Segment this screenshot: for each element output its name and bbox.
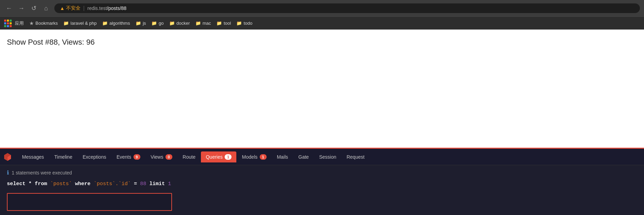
- address-bar[interactable]: ▲ 不安全 | redis.test/posts/88: [54, 3, 640, 13]
- bookmark-js[interactable]: 📁 js: [136, 21, 146, 26]
- folder-icon: 📁: [151, 21, 157, 26]
- bookmark-algorithms[interactable]: 📁 algorithms: [102, 21, 130, 26]
- page-title: Show Post #88, Views: 96: [7, 38, 637, 47]
- folder-icon: 📁: [195, 21, 201, 26]
- bookmark-tool[interactable]: 📁 tool: [216, 21, 231, 26]
- warning-icon: ▲: [60, 5, 65, 11]
- forward-button[interactable]: →: [17, 3, 26, 13]
- bookmark-todo[interactable]: 📁 todo: [236, 21, 252, 26]
- folder-icon: 📁: [102, 21, 108, 26]
- home-button[interactable]: ⌂: [41, 3, 51, 13]
- bookmark-label: go: [159, 21, 163, 26]
- folder-icon: 📁: [136, 21, 141, 26]
- url-display: redis.test/posts/88: [87, 5, 127, 11]
- apps-button[interactable]: 应用: [4, 20, 24, 27]
- nav-buttons: ← → ↺ ⌂: [4, 3, 51, 13]
- bookmark-laravel[interactable]: 📁 laravel & php: [63, 21, 97, 26]
- url-path: /posts/88: [107, 5, 127, 11]
- separator: |: [83, 5, 85, 11]
- browser-chrome: ← → ↺ ⌂ ▲ 不安全 | redis.test/posts/88 应用: [0, 0, 644, 30]
- bookmark-label: algorithms: [109, 21, 130, 26]
- bookmark-docker[interactable]: 📁 docker: [169, 21, 190, 26]
- back-button[interactable]: ←: [4, 3, 14, 13]
- url-host: redis.test: [87, 5, 107, 11]
- bookmark-label: mac: [203, 21, 211, 26]
- bookmark-label: tool: [224, 21, 231, 26]
- apps-label: 应用: [15, 20, 24, 26]
- bookmarks-star[interactable]: ★ Bookmarks: [29, 20, 58, 26]
- reload-button[interactable]: ↺: [29, 3, 39, 13]
- bookmarks-bar: 应用 ★ Bookmarks 📁 laravel & php 📁 algorit…: [0, 16, 644, 30]
- bookmark-mac[interactable]: 📁 mac: [195, 21, 211, 26]
- security-warning: ▲ 不安全: [60, 5, 80, 11]
- bookmark-label: js: [143, 21, 146, 26]
- security-label: 不安全: [66, 5, 80, 11]
- star-icon: ★: [29, 20, 34, 26]
- browser-toolbar: ← → ↺ ⌂ ▲ 不安全 | redis.test/posts/88: [0, 0, 644, 16]
- bookmark-label: todo: [244, 21, 252, 26]
- folder-icon: 📁: [216, 21, 222, 26]
- folder-icon: 📁: [236, 21, 242, 26]
- apps-icon: [4, 20, 12, 27]
- bookmark-label: docker: [176, 21, 190, 26]
- bookmark-label: laravel & php: [71, 21, 97, 26]
- bookmarks-label: Bookmarks: [35, 21, 58, 26]
- folder-icon: 📁: [169, 21, 175, 26]
- folder-icon: 📁: [63, 21, 69, 26]
- bookmark-go[interactable]: 📁 go: [151, 21, 163, 26]
- page-content: Show Post #88, Views: 96: [0, 30, 644, 98]
